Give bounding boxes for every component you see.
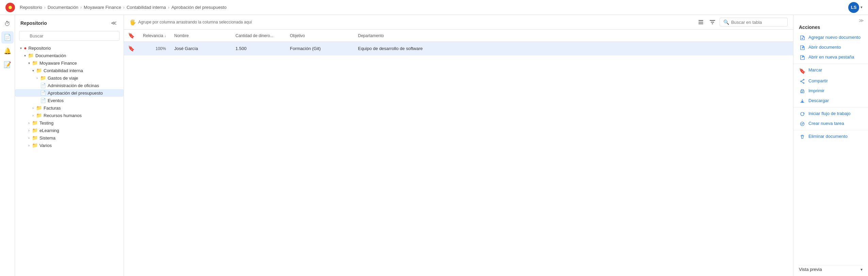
doc-icon-admin: 📄 (40, 83, 46, 88)
folder-icon-varios: 📁 (32, 143, 38, 148)
tree-label-repositorio: Repositorio (28, 46, 51, 51)
document-icon[interactable]: 📄 (1, 31, 14, 44)
user-avatar-button[interactable]: LS ▾ (848, 2, 863, 13)
delete-document-icon (799, 134, 806, 140)
tree-toggle-moyaware[interactable]: ▾ (26, 61, 32, 65)
topbar: Repositorio › Documentación › Moyaware F… (0, 0, 868, 15)
tree-item-testing[interactable]: › 📁 Testing (15, 119, 124, 127)
tree-item-rrhh[interactable]: › 📁 Recursos humanos (15, 112, 124, 119)
tree-item-varios[interactable]: › 📁 Varios (15, 142, 124, 149)
content-area: 🖐 Agrupe por columna arrastrando la colu… (124, 15, 793, 276)
action-mark[interactable]: 🔖 Marcar (793, 65, 868, 76)
action-open-document[interactable]: Abrir documento (793, 43, 868, 52)
tree-toggle-testing[interactable]: › (26, 121, 32, 125)
action-print[interactable]: Imprimir (793, 86, 868, 96)
tree-item-moyaware[interactable]: ▾ 📁 Moyaware Finance (15, 59, 124, 67)
sidebar-header: Repositorio ≪ (15, 15, 124, 30)
col-objetivo-label: Objetivo (290, 33, 305, 38)
tree-toggle-contabilidad[interactable]: ▾ (30, 69, 36, 72)
sidebar-title: Repositorio (20, 20, 47, 26)
breadcrumb-contabilidad[interactable]: Contabilidad interna (127, 5, 166, 10)
new-task-icon (799, 121, 806, 127)
folder-icon-sistema: 📁 (32, 135, 38, 141)
vista-previa-chevron-icon: ▾ (861, 267, 863, 272)
sidebar-search-area: 🔍 (15, 30, 124, 44)
action-share[interactable]: Compartir (793, 76, 868, 86)
group-hint-text: Agrupe por columna arrastrando la column… (138, 20, 252, 25)
breadcrumb-documentacion[interactable]: Documentación (48, 5, 78, 10)
action-new-task[interactable]: Crear nueva tarea (793, 119, 868, 129)
tree-label-contabilidad: Contabilidad interna (44, 68, 83, 73)
svg-point-5 (801, 81, 802, 82)
group-hint: 🖐 Agrupe por columna arrastrando la colu… (129, 19, 694, 26)
col-bookmark: 🔖 (124, 30, 139, 42)
vista-previa-toggle[interactable]: Vista previa ▾ (799, 267, 863, 272)
doc-icon-aprobacion: 📄 (40, 90, 46, 96)
action-download[interactable]: Descargar (793, 96, 868, 106)
sidebar: Repositorio ≪ 🔍 ▾ ● Repositorio ▾ 📁 Docu… (15, 15, 124, 276)
table-search-input[interactable] (731, 20, 784, 25)
tree-toggle-gastos[interactable]: › (34, 76, 40, 80)
sidebar-collapse-button[interactable]: ≪ (110, 19, 118, 27)
tree-item-admin[interactable]: 📄 Administración de oficinas (15, 82, 124, 89)
action-workflow[interactable]: Iniciar flujo de trabajo (793, 109, 868, 119)
tree-item-aprobacion[interactable]: 📄 Aprobación del presupuesto (15, 89, 124, 97)
action-download-label: Descargar (808, 98, 829, 104)
tree-item-eventos[interactable]: 📄 Eventos (15, 97, 124, 104)
breadcrumb-moyaware[interactable]: Moyaware Finance (84, 5, 121, 10)
tree-label-gastos: Gastos de viaje (48, 76, 78, 81)
col-departamento-label: Departamento (358, 33, 384, 38)
action-add-document[interactable]: Agregar nuevo documento (793, 33, 868, 43)
tree-toggle-rrhh[interactable]: › (30, 114, 36, 117)
print-icon (799, 88, 806, 94)
breadcrumb-repositorio[interactable]: Repositorio (20, 5, 42, 10)
main-layout: ⏱ 📄 🔔 📝 Repositorio ≪ 🔍 ▾ ● Repositorio (0, 15, 868, 276)
table-row[interactable]: 🔖 100% José García 1.500 Formación (Git)… (124, 42, 793, 55)
col-relevance[interactable]: Relevancia ↓ (139, 30, 170, 42)
svg-rect-7 (801, 92, 803, 92)
bell-icon[interactable]: 🔔 (1, 45, 14, 57)
folder-icon-moyaware: 📁 (32, 60, 38, 66)
divider-4 (799, 265, 863, 265)
table-search-box[interactable]: 🔍 (720, 18, 788, 27)
tree-toggle-elearning[interactable]: › (26, 129, 32, 132)
edit-icon[interactable]: 📝 (1, 59, 14, 71)
folder-icon-testing: 📁 (32, 120, 38, 126)
actions-title: Acciones (793, 25, 868, 33)
search-input[interactable] (19, 31, 119, 41)
tree-label-aprobacion: Aprobación del presupuesto (48, 91, 103, 96)
clock-icon[interactable]: ⏱ (1, 18, 14, 30)
icon-bar: ⏱ 📄 🔔 📝 (0, 15, 15, 276)
download-icon (799, 98, 806, 104)
content-toolbar: 🖐 Agrupe por columna arrastrando la colu… (124, 15, 793, 30)
breadcrumb-aprobacion: Aprobación del presupuesto (172, 5, 227, 10)
tree-item-elearning[interactable]: › 📁 eLearning (15, 127, 124, 134)
col-cantidad-label: Cantidad de dinero... (236, 33, 273, 38)
action-print-label: Imprimir (808, 88, 824, 94)
share-icon (799, 79, 806, 84)
action-open-new-tab[interactable]: Abrir en nueva pestaña (793, 52, 868, 62)
filter-button[interactable] (708, 18, 717, 27)
tree-item-documentacion[interactable]: ▾ 📁 Documentación (15, 52, 124, 59)
expand-icon[interactable]: ≫ (859, 18, 864, 23)
list-view-icon (698, 19, 704, 25)
tree-toggle-varios[interactable]: › (26, 144, 32, 147)
action-new-task-label: Crear nueva tarea (808, 121, 844, 127)
tree-label-facturas: Facturas (44, 105, 61, 111)
vista-previa-section: Vista previa ▾ (793, 262, 868, 276)
tree-toggle-sistema[interactable]: › (26, 136, 32, 140)
tree-item-repositorio[interactable]: ▾ ● Repositorio (15, 44, 124, 52)
doc-icon-eventos: 📄 (40, 98, 46, 103)
tree-toggle-documentacion[interactable]: ▾ (22, 54, 28, 58)
list-view-button[interactable] (696, 18, 705, 27)
tree-item-contabilidad[interactable]: ▾ 📁 Contabilidad interna (15, 67, 124, 74)
tree-toggle-repositorio[interactable]: ▾ (18, 46, 24, 50)
action-delete-document[interactable]: Eliminar documento (793, 132, 868, 142)
tree-item-gastos[interactable]: › 📁 Gastos de viaje (15, 74, 124, 82)
right-panel-header: ≫ (793, 15, 868, 25)
tree-label-sistema: Sistema (39, 135, 55, 141)
folder-icon-gastos: 📁 (40, 75, 46, 81)
tree-item-facturas[interactable]: › 📁 Facturas (15, 104, 124, 112)
tree-toggle-facturas[interactable]: › (30, 106, 36, 110)
tree-item-sistema[interactable]: › 📁 Sistema (15, 134, 124, 142)
